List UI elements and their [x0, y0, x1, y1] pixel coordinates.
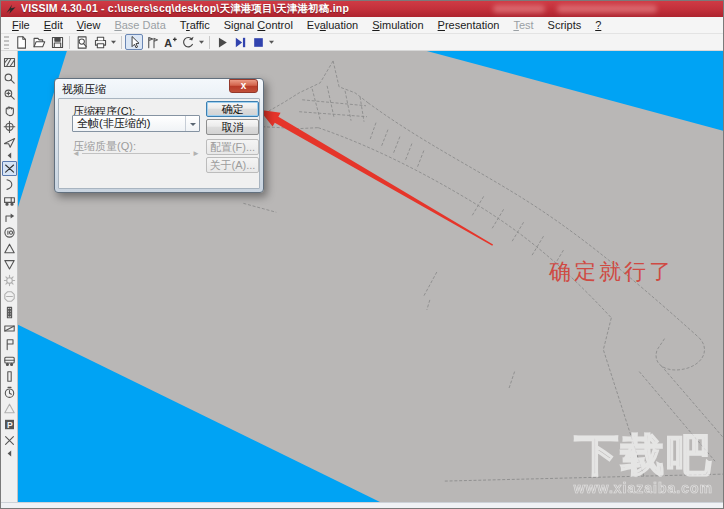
toolbar-grip: [4, 36, 9, 49]
vissim-window: VISSIM 4.30-01 - c:\users\scq\desktop\天津…: [0, 0, 724, 509]
zoom-in-icon[interactable]: [2, 71, 17, 86]
menu-simulation[interactable]: Simulation: [365, 18, 430, 32]
menu-signal-control[interactable]: Signal Control: [217, 18, 300, 32]
rotate-network-icon[interactable]: [179, 34, 197, 50]
menu-view[interactable]: View: [70, 18, 108, 32]
dropdown-caret-icon[interactable]: [267, 34, 276, 50]
dialog-body: 压缩程序(C): 全帧(非压缩的) 压缩质量(Q): ◄ ► 确定 取消 配置(…: [58, 98, 260, 189]
window-title: VISSIM 4.30-01 - c:\users\scq\desktop\天津…: [21, 2, 349, 16]
ok-button[interactable]: 确定: [206, 101, 259, 117]
collapse-down-icon[interactable]: [2, 449, 17, 458]
main-toolbar: A: [1, 34, 723, 51]
print-preview-icon[interactable]: [73, 34, 91, 50]
title-bar: VISSIM 4.30-01 - c:\users\scq\desktop\天津…: [1, 1, 723, 17]
toolbar-separator: [209, 36, 210, 49]
chevron-down-icon[interactable]: [185, 116, 199, 131]
rotate-3d-icon[interactable]: [2, 119, 17, 134]
print-icon[interactable]: [91, 34, 109, 50]
slider-right-arrow-icon: ►: [192, 149, 200, 158]
about-button: 关于(A)...: [206, 157, 259, 173]
menu-scripts[interactable]: Scripts: [541, 18, 589, 32]
dropdown-caret-icon[interactable]: [109, 34, 118, 50]
close-icon[interactable]: x: [229, 79, 258, 93]
menu-bar: FileEditViewBase DataTrafficSignal Contr…: [1, 17, 723, 34]
select-mode-icon[interactable]: [125, 34, 143, 50]
pt-lines-icon[interactable]: [2, 353, 17, 368]
sections-icon[interactable]: [2, 369, 17, 384]
pan-icon[interactable]: [2, 103, 17, 118]
toolbar-separator: [121, 36, 122, 49]
slider-track: [82, 153, 190, 154]
parking-lots-icon[interactable]: P: [2, 417, 17, 432]
signal-heads-icon[interactable]: [2, 305, 17, 320]
stop-signs-icon: [2, 289, 17, 304]
roundabout-icon: [2, 273, 17, 288]
run-single-step-icon[interactable]: [231, 34, 249, 50]
video-compression-dialog: 视频压缩 x 压缩程序(C): 全帧(非压缩的) 压缩质量(Q): ◄ ► 确定…: [54, 78, 264, 193]
blurred-artifact: [493, 5, 545, 13]
network-object-toolbar: P: [1, 51, 18, 502]
reduced-speed-area-icon[interactable]: [2, 241, 17, 256]
travel-time-icon[interactable]: [2, 385, 17, 400]
vissim-app-icon: [5, 3, 17, 15]
menu-base-data[interactable]: Base Data: [107, 18, 172, 32]
links-icon[interactable]: [2, 161, 17, 176]
priority-rules-icon[interactable]: [2, 257, 17, 272]
dropdown-caret-icon[interactable]: [197, 34, 206, 50]
menu-test[interactable]: Test: [506, 18, 540, 32]
new-file-icon[interactable]: [12, 34, 30, 50]
svg-text:P: P: [7, 420, 13, 430]
nodes-icon: [2, 401, 17, 416]
menu-file[interactable]: File: [5, 18, 37, 32]
network-overview-icon[interactable]: [2, 55, 17, 70]
vehicle-inputs-icon[interactable]: [2, 193, 17, 208]
annotation-note: 确定就行了: [549, 257, 674, 287]
blurred-artifact: [557, 5, 657, 13]
connectors-icon[interactable]: [2, 177, 17, 192]
detectors-icon[interactable]: [2, 321, 17, 336]
status-bar: [1, 502, 723, 508]
menu-traffic[interactable]: Traffic: [173, 18, 217, 32]
dialog-title: 视频压缩: [62, 82, 106, 97]
stop-simulation-icon[interactable]: [249, 34, 267, 50]
collapse-up-icon[interactable]: [2, 151, 17, 160]
menu-?[interactable]: ?: [588, 18, 608, 32]
zoom-text-icon[interactable]: A: [161, 34, 179, 50]
pt-stops-icon[interactable]: [2, 337, 17, 352]
menu-edit[interactable]: Edit: [37, 18, 70, 32]
toolbar-separator: [69, 36, 70, 49]
compressor-select[interactable]: 全帧(非压缩的): [72, 115, 200, 132]
cancel-button[interactable]: 取消: [206, 119, 259, 135]
slider-left-arrow-icon: ◄: [72, 149, 80, 158]
open-file-icon[interactable]: [30, 34, 48, 50]
no-access-icon[interactable]: [2, 433, 17, 448]
run-simulation-icon[interactable]: [213, 34, 231, 50]
zoom-window-icon[interactable]: [2, 87, 17, 102]
compressor-value: 全帧(非压缩的): [73, 116, 185, 131]
menu-presentation[interactable]: Presentation: [431, 18, 507, 32]
desired-speed-icon[interactable]: [2, 225, 17, 240]
save-file-icon[interactable]: [48, 34, 66, 50]
svg-text:A: A: [164, 36, 172, 48]
flight-mode-icon[interactable]: [2, 135, 17, 150]
routes-icon[interactable]: [2, 209, 17, 224]
quality-slider: ◄ ►: [72, 149, 200, 158]
menu-evaluation[interactable]: Evaluation: [300, 18, 365, 32]
network-objects-icon[interactable]: [143, 34, 161, 50]
configure-button: 配置(F)...: [206, 139, 259, 155]
